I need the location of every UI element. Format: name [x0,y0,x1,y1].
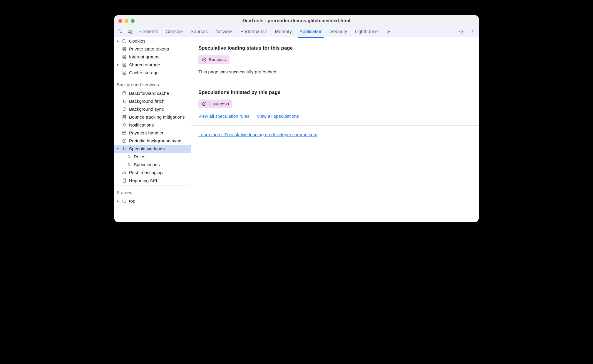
svg-rect-2 [131,31,132,33]
maximize-window-button[interactable] [131,19,135,23]
bell-icon [121,123,127,127]
sidebar-item-label: Notifications [129,122,154,128]
view-all-rules-link[interactable]: View all speculation rules [198,114,249,119]
sidebar-item-label: top [129,198,135,204]
sidebar-item-private-state-tokens[interactable]: Private state tokens [114,45,191,53]
sidebar-item-back-forward-cache[interactable]: Back/forward cache [114,89,191,97]
sidebar-item-label: Background sync [129,107,164,112]
section-heading: Speculative loading status for this page [198,45,472,51]
settings-icon[interactable] [459,29,465,35]
svg-point-10 [123,63,126,64]
up-down-arrows-icon [121,146,127,151]
svg-point-11 [123,71,126,72]
window-titlebar: DevTools - prerender-demos.glitch.me/nex… [114,15,479,26]
devtools-tabbar: Elements Console Sources Network Perform… [114,26,479,37]
svg-point-13 [123,115,126,117]
section-heading: Speculations initiated by this page [198,90,472,95]
sidebar-item-periodic-sync[interactable]: Periodic background sync [114,137,191,145]
more-tabs-icon[interactable] [386,29,391,35]
sidebar-item-label: Background fetch [129,99,165,104]
tabs-list: Elements Console Sources Network Perform… [138,27,455,36]
sidebar-item-shared-storage[interactable]: ▶ Shared storage [114,61,191,69]
tab-sources[interactable]: Sources [190,27,208,36]
up-down-arrows-icon [126,162,132,167]
sidebar-item-cache-storage[interactable]: Cache storage [114,69,191,77]
sidebar-item-notifications[interactable]: Notifications [114,121,191,129]
tab-memory[interactable]: Memory [275,27,292,36]
sidebar-item-speculative-loads[interactable]: ▼ Speculative loads [114,145,191,153]
check-circle-icon [202,57,207,62]
tab-application[interactable]: Application [299,27,322,36]
cloud-icon [121,170,127,175]
sidebar-item-label: Periodic background sync [129,138,181,144]
tab-elements[interactable]: Elements [138,27,158,36]
sidebar-item-top-frame[interactable]: ▶ top [114,197,191,205]
cookie-icon [121,39,127,43]
links-row: View all speculation rules · View all sp… [198,114,472,119]
sidebar-section-background-services: Background services [114,79,191,89]
svg-point-3 [461,31,463,32]
sidebar-item-label: Push messaging [129,170,163,175]
expand-arrow-icon[interactable]: ▶ [116,199,120,203]
kebab-menu-icon[interactable] [470,29,476,35]
status-description: This page was successfully prefetched. [198,69,472,75]
content-area: ▶ Cookies Private state tokens Interest … [114,37,479,222]
sidebar-item-payment-handler[interactable]: Payment handler [114,129,191,137]
sidebar-item-label: Cookies [129,38,145,44]
view-all-speculations-link[interactable]: View all speculations [257,114,299,119]
sidebar-item-label: Speculations [134,162,160,167]
database-icon [121,63,127,67]
credit-card-icon [121,131,127,135]
collapse-arrow-icon[interactable]: ▼ [116,147,120,150]
svg-rect-16 [123,200,126,202]
svg-point-18 [202,102,206,106]
sidebar-item-label: Private state tokens [129,46,169,52]
sidebar-item-reporting-api[interactable]: Reporting API [114,176,191,184]
svg-point-9 [123,55,126,56]
sidebar-item-label: Rules [134,154,145,159]
frame-icon [121,199,127,203]
database-icon [121,91,127,96]
tab-console[interactable]: Console [166,27,183,36]
sidebar-item-push-messaging[interactable]: Push messaging [114,168,191,176]
learn-more-link[interactable]: Learn more: Speculative loading on devel… [198,132,317,137]
svg-point-17 [202,58,206,61]
sidebar-item-speculations[interactable]: Speculations [114,161,191,168]
window-title: DevTools - prerender-demos.glitch.me/nex… [114,18,479,23]
sidebar-item-background-sync[interactable]: Background sync [114,105,191,113]
sidebar-item-rules[interactable]: Rules [114,153,191,161]
devtools-window: DevTools - prerender-demos.glitch.me/nex… [114,15,479,222]
application-sidebar: ▶ Cookies Private state tokens Interest … [114,37,191,222]
sidebar-item-label: Payment handler [129,130,163,136]
status-badge-success: Success [198,55,230,64]
close-window-button[interactable] [118,19,122,23]
clock-icon [121,139,127,143]
minimize-window-button[interactable] [125,19,128,23]
expand-arrow-icon[interactable]: ▶ [116,63,120,66]
sidebar-item-cookies[interactable]: ▶ Cookies [114,37,191,45]
sidebar-item-label: Cache storage [129,70,159,75]
sidebar-item-interest-groups[interactable]: Interest groups [114,53,191,61]
tab-security[interactable]: Security [330,27,347,36]
inspect-element-icon[interactable] [117,29,123,35]
tab-performance[interactable]: Performance [240,27,267,36]
expand-arrow-icon[interactable]: ▶ [116,39,120,43]
status-badge-count: 1 success [198,100,232,108]
check-circle-icon [202,102,207,106]
document-icon [121,178,127,183]
device-toggle-icon[interactable] [127,29,133,35]
svg-rect-14 [123,132,126,134]
database-icon [121,55,127,59]
svg-point-8 [123,47,126,48]
tab-lighthouse[interactable]: Lighthouse [355,27,378,36]
sidebar-item-label: Back/forward cache [129,91,169,96]
main-panel: Speculative loading status for this page… [191,37,479,222]
sidebar-item-background-fetch[interactable]: Background fetch [114,97,191,105]
svg-point-7 [123,39,126,43]
speculations-initiated-section: Speculations initiated by this page 1 su… [191,81,479,125]
database-icon [121,70,127,75]
status-label: 1 success [209,101,229,107]
sidebar-item-bounce-tracking[interactable]: Bounce tracking mitigations [114,113,191,121]
tab-network[interactable]: Network [215,27,233,36]
learn-more-section: Learn more: Speculative loading on devel… [191,126,479,144]
